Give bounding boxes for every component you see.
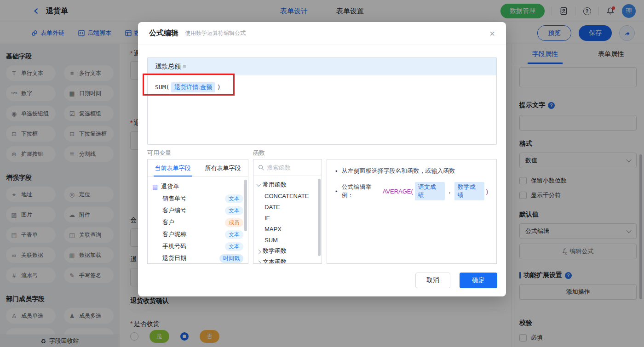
type-badge: 文本 xyxy=(225,206,243,215)
type-badge: 时间戳 xyxy=(219,254,243,263)
function-item[interactable]: DATE xyxy=(253,201,322,212)
variables-label: 可用变量 xyxy=(147,149,171,157)
functions-label: 函数 xyxy=(253,149,265,157)
formula-target: 退款总额 = xyxy=(148,58,496,75)
function-search[interactable] xyxy=(253,159,322,176)
variable-row[interactable]: 客户昵称文本 xyxy=(152,228,243,240)
function-group-text[interactable]: 文本函数 xyxy=(253,256,322,264)
functions-panel: 常用函数 CONCATENATE DATE IF MAPX SUM 数学函数 文… xyxy=(253,159,322,264)
variables-panel: 当前表单字段 所有表单字段 ▤ 退货单 销售单号文本 客户编号文本 客户成员 客… xyxy=(147,159,248,264)
function-item[interactable]: MAPX xyxy=(253,223,322,234)
example-chip: 语文成绩 xyxy=(415,182,445,200)
type-badge: 文本 xyxy=(225,230,243,239)
scrollbar-thumb[interactable] xyxy=(244,180,247,231)
variable-row[interactable]: 客户编号文本 xyxy=(152,205,243,216)
modal-subtitle: 使用数学运算符编辑公式 xyxy=(185,29,246,37)
formula-expression[interactable]: SUM(退货详情.金额) xyxy=(148,75,496,99)
variable-row[interactable]: 退货日期时间戳 xyxy=(152,252,243,264)
tree-root-form[interactable]: ▤ 退货单 xyxy=(152,181,243,193)
function-group-common[interactable]: 常用函数 xyxy=(253,179,322,190)
function-group-math[interactable]: 数学函数 xyxy=(253,245,322,256)
scrollbar-thumb[interactable] xyxy=(318,179,321,256)
example-chip: 数学成绩 xyxy=(454,182,484,200)
variable-row[interactable]: 销售单号文本 xyxy=(152,193,243,205)
search-icon xyxy=(258,165,264,171)
search-input[interactable] xyxy=(267,164,313,171)
formula-editor[interactable]: 退款总额 = SUM(退货详情.金额) xyxy=(147,57,497,145)
chevron-down-icon xyxy=(257,182,261,187)
variable-row[interactable]: 手机号码文本 xyxy=(152,240,243,252)
type-badge: 成员 xyxy=(225,218,243,227)
variable-row[interactable]: 客户成员 xyxy=(152,216,243,228)
formula-variable-chip[interactable]: 退货详情.金额 xyxy=(171,82,215,92)
function-item[interactable]: SUM xyxy=(253,234,322,245)
close-icon[interactable]: × xyxy=(489,29,495,38)
tab-all-form-fields[interactable]: 所有表单字段 xyxy=(198,159,248,176)
cancel-button[interactable]: 取消 xyxy=(415,273,450,288)
document-icon: ▤ xyxy=(152,183,158,190)
help-line-2: 公式编辑举例：AVERAGE(语文成绩，数学成绩) xyxy=(335,182,488,200)
formula-edit-modal: 公式编辑 使用数学运算符编辑公式 × 退款总额 = SUM(退货详情.金额) 可… xyxy=(138,22,506,296)
confirm-button[interactable]: 确定 xyxy=(460,273,497,288)
chevron-right-icon xyxy=(257,249,261,254)
function-item[interactable]: IF xyxy=(253,212,322,223)
chevron-right-icon xyxy=(257,260,261,264)
type-badge: 文本 xyxy=(225,194,243,203)
function-item[interactable]: CONCATENATE xyxy=(253,190,322,201)
modal-title: 公式编辑 xyxy=(149,28,178,38)
formula-help-panel: 从左侧面板选择字段名和函数，或输入函数 公式编辑举例：AVERAGE(语文成绩，… xyxy=(327,159,497,264)
help-line-1: 从左侧面板选择字段名和函数，或输入函数 xyxy=(335,167,488,175)
tab-current-form-fields[interactable]: 当前表单字段 xyxy=(148,159,198,176)
type-badge: 文本 xyxy=(225,242,243,251)
